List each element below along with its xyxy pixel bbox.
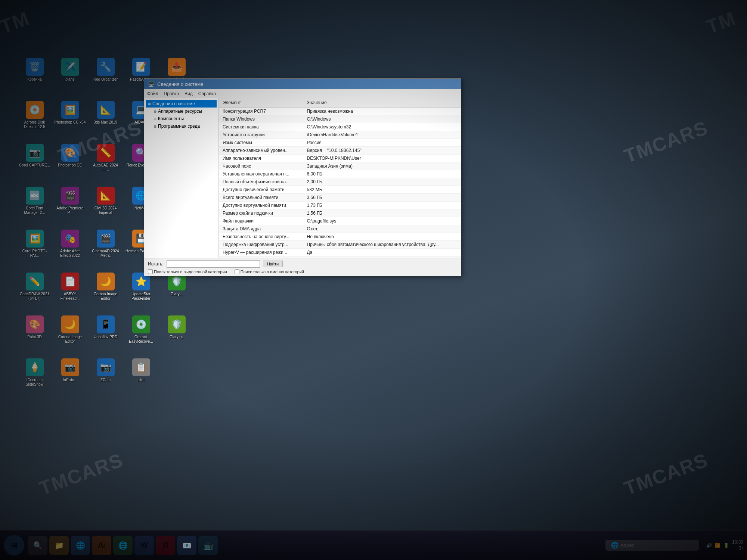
- icon-img-premiere-pro: 🎬: [61, 187, 79, 205]
- desktop-icon-coreldraw[interactable]: ✏️ CorelDRAW 2021 (64-Bit): [19, 271, 50, 308]
- icon-label-abbyy-finereader: ABBYY FineRead...: [54, 292, 86, 301]
- desktop-icon-3ds-max[interactable]: 📐 3ds Max 2019: [90, 99, 121, 136]
- start-button[interactable]: ⊞: [4, 535, 24, 556]
- taskbar-item-yandex[interactable]: Я: [156, 536, 175, 555]
- icon-img-corel-font: 🔤: [26, 187, 44, 205]
- desktop-icon-corel-photo[interactable]: 🖼️ Corel PHOTO-PAI...: [19, 228, 50, 265]
- icon-img-corona-editor2: 🌙: [61, 315, 79, 333]
- desktop-icon-zcam[interactable]: 📷 ZCam: [90, 357, 121, 394]
- table-cell: Безопасность на основе вирту...: [219, 233, 303, 241]
- icon-img-zcam: 📷: [97, 358, 115, 376]
- table-cell: Имя пользователя: [219, 155, 303, 162]
- desktop-icon-foroilov[interactable]: 📱 ФороIlov PRD: [90, 314, 121, 351]
- desktop-icon-glary[interactable]: 🛡️ Glary...: [161, 271, 192, 308]
- desktop-icon-corona-editor2[interactable]: 🌙 Corona Image Editor: [54, 314, 86, 351]
- menu-item-вид[interactable]: Вид: [185, 91, 193, 96]
- table-cell: Версия = "10.0.18362.145": [303, 147, 461, 155]
- icon-label-corel-font: Corel Font Manager 2...: [19, 206, 50, 215]
- taskbar-item-ai[interactable]: Ai: [92, 536, 111, 555]
- desktop-icon-abbyy-finereader[interactable]: 📄 ABBYY FineRead...: [54, 271, 86, 308]
- taskbar-item-word[interactable]: W: [134, 536, 154, 555]
- table-row: Защита DMA ядраОткл.: [219, 225, 461, 233]
- icon-img-paint3d: 🎨: [26, 315, 44, 333]
- desktop-icon-plim[interactable]: 📋 plim: [125, 357, 157, 394]
- taskbar-item-mail[interactable]: 📧: [177, 536, 196, 555]
- table-row: Полный объем физической па...2,00 ГБ: [219, 178, 461, 186]
- desktop-icon-inpixio[interactable]: 📷 InPixio...: [54, 357, 86, 394]
- check-names[interactable]: [235, 269, 239, 274]
- tray-network: 📶: [715, 543, 720, 548]
- tree-item[interactable]: ⊕ Сведения о системе: [146, 100, 217, 108]
- desktop-icon-corona-imageeditor[interactable]: 🌙 Corona Image Editor: [90, 271, 121, 308]
- check-category[interactable]: [148, 269, 153, 274]
- desktop-icon-icecream[interactable]: 🍦 ICecream SlideShow: [19, 357, 50, 394]
- table-cell: Полный объем физической па...: [219, 178, 303, 186]
- info-table-body: Конфигурация PCR7Привязка невозможнаПапк…: [219, 108, 461, 258]
- col-value: Значение: [303, 98, 461, 108]
- taskbar-item-browser2[interactable]: 🌐: [113, 536, 133, 555]
- table-cell: Причины сбоя автоматического шифрования …: [303, 241, 461, 249]
- table-cell: Часовой пояс: [219, 162, 303, 170]
- address-input[interactable]: [620, 542, 693, 548]
- table-cell: Hyper-V — расширения режи...: [219, 249, 303, 256]
- desktop-icon-corel-capture[interactable]: 📷 Corel CAPTURE...: [19, 142, 50, 179]
- table-cell: C:\Windows: [303, 115, 461, 123]
- desktop-icon-corel-font[interactable]: 🔤 Corel Font Manager 2...: [19, 185, 50, 222]
- icon-img-photoshop-cc2: 🎨: [61, 144, 79, 162]
- taskbar-items: 🔍📁🌐Ai🌐WЯ📧📺: [28, 536, 605, 555]
- desktop-icon-ontrack[interactable]: 💿 Ontrack EasyRecove...: [125, 314, 157, 351]
- desktop-icon-photoshop-cc2[interactable]: 🎨 Photoshop CC: [54, 142, 86, 179]
- desktop-icon-photoshop-cc-x64[interactable]: 🖼️ Photoshop CC x64: [54, 99, 86, 136]
- table-cell: Привязка невозможна: [303, 108, 461, 115]
- desktop-icon-after-effects[interactable]: 🎭 Adobe After Effects2022: [54, 228, 86, 265]
- tree-item[interactable]: ⊕ Аппаратные ресурсы: [146, 108, 217, 115]
- icon-label-zcam: ZCam: [100, 378, 111, 382]
- search-input[interactable]: [167, 260, 260, 268]
- menu-item-правка[interactable]: Правка: [164, 91, 179, 96]
- start-icon: ⊞: [11, 541, 18, 550]
- taskbar-item-internet[interactable]: 🌐: [71, 536, 90, 555]
- tree-item[interactable]: ⊕ Компоненты: [146, 115, 217, 122]
- desktop-icon-autocad[interactable]: 📏 AutoCAD 2024 —...: [90, 142, 121, 179]
- desktop-icon-reg-organizer[interactable]: 🔧 Reg Organizer: [90, 56, 121, 93]
- tray-time: 10:30 Вт: [732, 539, 743, 551]
- info-panel: Элемент Значение Конфигурация PCR7Привяз…: [219, 98, 461, 258]
- tree-item-icon: ⊕: [154, 109, 156, 113]
- menu-item-справка[interactable]: Справка: [198, 91, 216, 96]
- tree-item[interactable]: ⊕ Программная среда: [146, 122, 217, 130]
- desktop-icon-paint3d[interactable]: 🎨 Paint 3D: [19, 314, 50, 351]
- desktop-icon-premiere-pro[interactable]: 🎬 Adobe Premiere P...: [54, 185, 86, 222]
- tray-volume: 🔊: [706, 543, 712, 548]
- search-checkbox-names[interactable]: Поиск только в именах категорий: [235, 269, 304, 274]
- table-row: Папка WindowsC:\Windows: [219, 115, 461, 123]
- taskbar-item-media2[interactable]: 📺: [198, 536, 218, 555]
- icon-img-after-effects: 🎭: [61, 230, 79, 248]
- tree-item-label: Аппаратные ресурсы: [158, 109, 202, 114]
- desktop-icon-acronis[interactable]: 💿 Acronis Disk Director 12.5: [19, 99, 50, 136]
- taskbar-item-file-explorer[interactable]: 📁: [49, 536, 69, 555]
- table-cell: 532 МБ: [303, 186, 461, 194]
- icon-label-corona-imageeditor: Corona Image Editor: [90, 292, 121, 301]
- icon-label-coreldraw: CorelDRAW 2021 (64-Bit): [19, 292, 50, 301]
- taskbar-item-search[interactable]: 🔍: [28, 536, 47, 555]
- search-checkbox-category[interactable]: Поиск только в выделенной категории: [148, 269, 227, 274]
- table-row: Язык системыРоссия: [219, 139, 461, 147]
- tree-item-icon: ⊕: [148, 102, 151, 106]
- desktop-icon-updatestar[interactable]: ⭐ UpdateStar PassFinder: [125, 271, 157, 308]
- icon-label-photoshop-cc2: Photoshop CC: [58, 163, 82, 168]
- desktop-icon-plane[interactable]: ✈️ plane: [54, 56, 86, 93]
- window-title: Сведения о системе: [157, 81, 203, 87]
- icon-img-pascalabc: 📝: [132, 58, 150, 76]
- desktop-icon-recycle[interactable]: 🗑️ Корзина: [19, 56, 50, 93]
- tree-item-icon: ⊕: [154, 124, 156, 128]
- table-row: Устройство загрузки\Device\HarddiskVolum…: [219, 131, 461, 139]
- icon-img-shareit: 📤: [168, 58, 186, 76]
- icon-label-updatestar: UpdateStar PassFinder: [125, 292, 157, 301]
- table-cell: Да: [303, 249, 461, 256]
- desktop-icon-cinema4d[interactable]: 🎬 Cinema4D 2024 Metric: [90, 228, 121, 265]
- search-button[interactable]: Найти: [263, 261, 283, 267]
- icon-label-photoshop-cc-x64: Photoshop CC x64: [55, 120, 86, 125]
- desktop-icon-civil3d[interactable]: 📐 Civil 3D 2024 Imperial: [90, 185, 121, 222]
- menu-item-файл[interactable]: Файл: [147, 91, 158, 96]
- desktop-icon-glary2[interactable]: 🛡️ Glary gs: [161, 314, 192, 351]
